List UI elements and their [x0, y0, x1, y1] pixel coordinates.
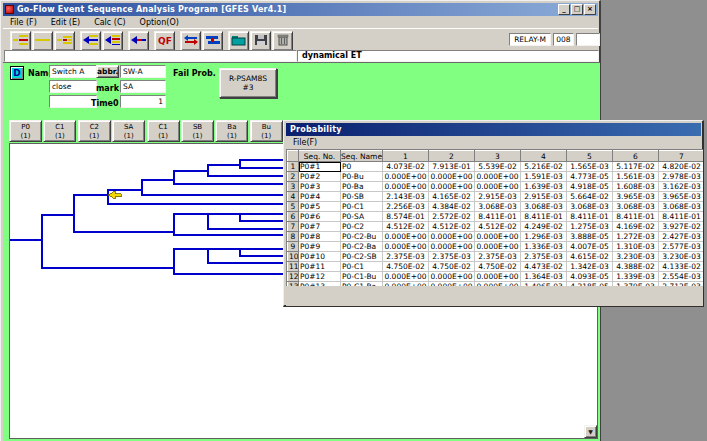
value-cell[interactable]: 1.275E-03	[567, 222, 613, 232]
value-cell[interactable]: 4.615E-02	[567, 252, 613, 262]
value-cell[interactable]: 7.913E-01	[429, 162, 475, 172]
value-cell[interactable]: 3.068E-03	[475, 202, 521, 212]
tree-header-c1-button[interactable]: C1(1)	[43, 120, 76, 142]
signal-out-button[interactable]	[128, 31, 149, 51]
menu-item-file[interactable]: File (F)	[3, 18, 44, 27]
value-cell[interactable]: 8.411E-01	[659, 212, 704, 222]
menu-item-calc[interactable]: Calc (C)	[87, 18, 132, 27]
value-cell[interactable]: 2.427E-03	[659, 232, 704, 242]
seq-no-cell[interactable]: P0#6	[299, 212, 341, 222]
value-cell[interactable]: 5.117E-02	[613, 162, 659, 172]
value-cell[interactable]: 2.375E-03	[521, 252, 567, 262]
value-cell[interactable]: 8.411E-01	[521, 212, 567, 222]
seq-name-cell[interactable]: P0-SB	[341, 192, 383, 202]
value-cell[interactable]: 4.820E-02	[659, 162, 704, 172]
count-field[interactable]: 008	[553, 33, 574, 46]
formula-input[interactable]	[4, 50, 297, 62]
value-cell[interactable]: 1.565E-03	[567, 162, 613, 172]
value-cell[interactable]: 8.574E-01	[383, 212, 429, 222]
row-index-cell[interactable]: 4	[288, 192, 299, 202]
seq-name-cell[interactable]: P0-Bu	[341, 172, 383, 182]
open-button[interactable]	[228, 31, 249, 51]
probability-titlebar[interactable]: Probability	[286, 123, 701, 136]
value-cell[interactable]: 4.750E-02	[429, 262, 475, 272]
value-cell[interactable]: 1.336E-03	[521, 242, 567, 252]
abbr-field[interactable]: SW-A	[120, 65, 166, 78]
seq-no-cell[interactable]: P0#4	[299, 192, 341, 202]
value-cell[interactable]: 0.000E+00	[383, 182, 429, 192]
row-index-cell[interactable]: 12	[288, 272, 299, 282]
save-button[interactable]	[250, 31, 271, 51]
value-cell[interactable]: 3.068E-03	[613, 202, 659, 212]
value-cell[interactable]: 0.000E+00	[383, 272, 429, 282]
value-cell[interactable]: 0.000E+00	[475, 182, 521, 192]
column-header[interactable]: 5	[567, 151, 613, 162]
menu-item-edit[interactable]: Edit (E)	[44, 18, 87, 27]
value-cell[interactable]: 4.093E-05	[567, 272, 613, 282]
tree-header-ba-button[interactable]: Ba(1)	[215, 120, 248, 142]
value-cell[interactable]: 0.000E+00	[475, 272, 521, 282]
delete-button[interactable]	[272, 31, 293, 51]
seq-no-cell[interactable]: P0#5	[299, 202, 341, 212]
value-cell[interactable]: 1.561E-03	[613, 172, 659, 182]
abbr-button[interactable]: abbr.	[96, 65, 119, 78]
value-cell[interactable]: 1.639E-03	[521, 182, 567, 192]
value-cell[interactable]: 4.165E-02	[429, 192, 475, 202]
row-index-cell[interactable]: 6	[288, 212, 299, 222]
close-button[interactable]: ×	[584, 4, 596, 15]
column-header[interactable]: 4	[521, 151, 567, 162]
tree-header-sa-button[interactable]: SA(1)	[112, 120, 145, 142]
value-cell[interactable]: 8.411E-01	[613, 212, 659, 222]
value-cell[interactable]: 8.411E-01	[567, 212, 613, 222]
value-cell[interactable]: 2.915E-03	[521, 192, 567, 202]
transfer-button[interactable]	[180, 31, 201, 51]
seq-name-cell[interactable]: P0-C1	[341, 202, 383, 212]
value-cell[interactable]: 8.411E-01	[475, 212, 521, 222]
value-cell[interactable]: 1.339E-03	[613, 272, 659, 282]
value-cell[interactable]: 4.249E-02	[521, 222, 567, 232]
value-cell[interactable]: 2.915E-03	[475, 192, 521, 202]
scroll-down-button[interactable]: ▼	[584, 425, 597, 438]
row-index-cell[interactable]: 8	[288, 232, 299, 242]
value-cell[interactable]: 2.577E-03	[659, 242, 704, 252]
seq-name-cell[interactable]: P0-C1-Bu	[341, 272, 383, 282]
seq-name-cell[interactable]: P0-C2-Ba	[341, 242, 383, 252]
value-cell[interactable]: 4.512E-02	[429, 222, 475, 232]
seq-no-cell[interactable]: P0#7	[299, 222, 341, 232]
value-cell[interactable]: 4.512E-02	[383, 222, 429, 232]
time0-field[interactable]: 1	[120, 95, 166, 108]
value-cell[interactable]: 1.608E-03	[613, 182, 659, 192]
value-cell[interactable]: 4.169E-02	[613, 222, 659, 232]
seq-name-cell[interactable]: P0-Ba	[341, 182, 383, 192]
maximize-button[interactable]: □	[571, 4, 583, 15]
value-cell[interactable]: 4.750E-02	[475, 262, 521, 272]
value-cell[interactable]: 0.000E+00	[475, 242, 521, 252]
extra-field[interactable]	[576, 33, 600, 46]
signal-in-button[interactable]	[80, 31, 101, 51]
column-header[interactable]: 7	[659, 151, 704, 162]
blank-field[interactable]	[49, 95, 97, 108]
value-cell[interactable]: 4.473E-02	[521, 262, 567, 272]
row-index-cell[interactable]: 10	[288, 252, 299, 262]
seq-no-cell[interactable]: P0#10	[299, 252, 341, 262]
seq-name-cell[interactable]: P0-C1	[341, 262, 383, 272]
row-index-cell[interactable]: 5	[288, 202, 299, 212]
seq-name-cell[interactable]: P0-C2-Bu	[341, 232, 383, 242]
value-cell[interactable]: 3.927E-02	[659, 222, 704, 232]
value-cell[interactable]: 2.554E-03	[659, 272, 704, 282]
value-cell[interactable]: 4.384E-02	[429, 202, 475, 212]
value-cell[interactable]: 4.388E-02	[613, 262, 659, 272]
column-header[interactable]: 2	[429, 151, 475, 162]
seq-name-cell[interactable]: P0-SA	[341, 212, 383, 222]
value-cell[interactable]: 3.162E-03	[659, 182, 704, 192]
value-cell[interactable]: 0.000E+00	[429, 272, 475, 282]
value-cell[interactable]: 2.572E-02	[429, 212, 475, 222]
seq-no-cell[interactable]: P0#8	[299, 232, 341, 242]
column-header[interactable]: 1	[383, 151, 429, 162]
tree-header-c2-button[interactable]: C2(1)	[78, 120, 111, 142]
value-cell[interactable]: 2.375E-03	[475, 252, 521, 262]
row-index-cell[interactable]: 3	[288, 182, 299, 192]
column-header[interactable]: Seq. No.	[299, 151, 341, 162]
value-cell[interactable]: 3.888E-05	[567, 232, 613, 242]
et-title-field[interactable]: dynamical ET	[297, 50, 599, 62]
